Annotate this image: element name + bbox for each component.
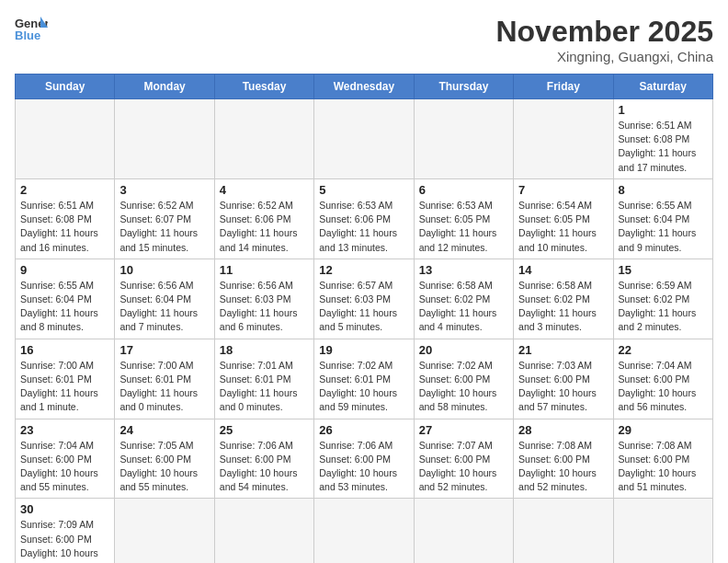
day-number: 11 xyxy=(220,263,309,277)
day-number: 25 xyxy=(220,423,309,437)
sun-info: Sunrise: 7:02 AM Sunset: 6:01 PM Dayligh… xyxy=(319,359,408,415)
day-number: 2 xyxy=(20,183,109,197)
calendar-cell: 23Sunrise: 7:04 AM Sunset: 6:00 PM Dayli… xyxy=(16,419,115,499)
weekday-header-saturday: Saturday xyxy=(613,75,712,99)
day-number: 13 xyxy=(419,263,508,277)
calendar-cell: 21Sunrise: 7:03 AM Sunset: 6:00 PM Dayli… xyxy=(514,339,613,419)
calendar-cell: 19Sunrise: 7:02 AM Sunset: 6:01 PM Dayli… xyxy=(314,339,414,419)
day-number: 5 xyxy=(319,183,408,197)
sun-info: Sunrise: 6:58 AM Sunset: 6:02 PM Dayligh… xyxy=(419,279,508,335)
weekday-header-sunday: Sunday xyxy=(16,75,115,99)
sun-info: Sunrise: 7:08 AM Sunset: 6:00 PM Dayligh… xyxy=(518,439,608,495)
calendar-cell xyxy=(214,99,313,179)
sun-info: Sunrise: 7:08 AM Sunset: 6:00 PM Dayligh… xyxy=(619,439,708,495)
weekday-header-tuesday: Tuesday xyxy=(214,75,313,99)
calendar-week-5: 23Sunrise: 7:04 AM Sunset: 6:00 PM Dayli… xyxy=(16,419,713,499)
sun-info: Sunrise: 7:06 AM Sunset: 6:00 PM Dayligh… xyxy=(220,439,309,495)
calendar-cell: 13Sunrise: 6:58 AM Sunset: 6:02 PM Dayli… xyxy=(414,259,513,339)
logo: General Blue xyxy=(15,15,48,42)
calendar-cell xyxy=(314,99,414,179)
sun-info: Sunrise: 7:00 AM Sunset: 6:01 PM Dayligh… xyxy=(119,359,209,415)
calendar-cell: 18Sunrise: 7:01 AM Sunset: 6:01 PM Dayli… xyxy=(214,339,313,419)
day-number: 24 xyxy=(119,423,209,437)
day-number: 6 xyxy=(419,183,508,197)
weekday-header-thursday: Thursday xyxy=(414,75,513,99)
calendar-week-2: 2Sunrise: 6:51 AM Sunset: 6:08 PM Daylig… xyxy=(16,178,713,259)
sun-info: Sunrise: 6:51 AM Sunset: 6:08 PM Dayligh… xyxy=(619,119,708,175)
day-number: 4 xyxy=(220,183,309,197)
day-number: 10 xyxy=(119,263,209,277)
day-number: 16 xyxy=(20,343,109,357)
calendar-cell xyxy=(613,499,712,563)
sun-info: Sunrise: 7:06 AM Sunset: 6:00 PM Dayligh… xyxy=(319,439,408,495)
sun-info: Sunrise: 6:55 AM Sunset: 6:04 PM Dayligh… xyxy=(20,279,109,335)
sun-info: Sunrise: 6:52 AM Sunset: 6:07 PM Dayligh… xyxy=(119,199,209,255)
calendar-cell: 25Sunrise: 7:06 AM Sunset: 6:00 PM Dayli… xyxy=(214,419,313,499)
calendar-cell xyxy=(214,499,313,563)
day-number: 7 xyxy=(518,183,608,197)
calendar-cell: 1Sunrise: 6:51 AM Sunset: 6:08 PM Daylig… xyxy=(613,99,712,179)
day-number: 22 xyxy=(619,343,708,357)
sun-info: Sunrise: 6:57 AM Sunset: 6:03 PM Dayligh… xyxy=(319,279,408,335)
calendar-cell: 26Sunrise: 7:06 AM Sunset: 6:00 PM Dayli… xyxy=(314,419,414,499)
calendar-cell xyxy=(414,499,513,563)
day-number: 14 xyxy=(518,263,608,277)
day-number: 9 xyxy=(20,263,109,277)
day-number: 18 xyxy=(220,343,309,357)
calendar-cell xyxy=(314,499,414,563)
sun-info: Sunrise: 7:02 AM Sunset: 6:00 PM Dayligh… xyxy=(419,359,508,415)
calendar-cell: 15Sunrise: 6:59 AM Sunset: 6:02 PM Dayli… xyxy=(613,259,712,339)
calendar-cell xyxy=(514,99,613,179)
sun-info: Sunrise: 6:51 AM Sunset: 6:08 PM Dayligh… xyxy=(20,199,109,255)
calendar-cell: 5Sunrise: 6:53 AM Sunset: 6:06 PM Daylig… xyxy=(314,178,414,259)
day-number: 12 xyxy=(319,263,408,277)
calendar-cell xyxy=(115,99,214,179)
calendar-cell: 22Sunrise: 7:04 AM Sunset: 6:00 PM Dayli… xyxy=(613,339,712,419)
month-year-title: November 2025 xyxy=(495,15,713,49)
calendar-cell xyxy=(16,99,115,179)
calendar-week-6: 30Sunrise: 7:09 AM Sunset: 6:00 PM Dayli… xyxy=(16,499,713,563)
calendar-cell: 6Sunrise: 6:53 AM Sunset: 6:05 PM Daylig… xyxy=(414,178,513,259)
sun-info: Sunrise: 7:03 AM Sunset: 6:00 PM Dayligh… xyxy=(518,359,608,415)
calendar-cell: 24Sunrise: 7:05 AM Sunset: 6:00 PM Dayli… xyxy=(115,419,214,499)
day-number: 29 xyxy=(619,423,708,437)
sun-info: Sunrise: 7:00 AM Sunset: 6:01 PM Dayligh… xyxy=(20,359,109,415)
day-number: 21 xyxy=(518,343,608,357)
calendar-cell: 4Sunrise: 6:52 AM Sunset: 6:06 PM Daylig… xyxy=(214,178,313,259)
day-number: 1 xyxy=(619,103,708,117)
calendar-cell: 12Sunrise: 6:57 AM Sunset: 6:03 PM Dayli… xyxy=(314,259,414,339)
calendar-cell: 8Sunrise: 6:55 AM Sunset: 6:04 PM Daylig… xyxy=(613,178,712,259)
weekday-header-monday: Monday xyxy=(115,75,214,99)
day-number: 26 xyxy=(319,423,408,437)
sun-info: Sunrise: 6:52 AM Sunset: 6:06 PM Dayligh… xyxy=(220,199,309,255)
calendar-cell: 7Sunrise: 6:54 AM Sunset: 6:05 PM Daylig… xyxy=(514,178,613,259)
day-number: 27 xyxy=(419,423,508,437)
sun-info: Sunrise: 6:55 AM Sunset: 6:04 PM Dayligh… xyxy=(619,199,708,255)
day-number: 8 xyxy=(619,183,708,197)
calendar-cell: 17Sunrise: 7:00 AM Sunset: 6:01 PM Dayli… xyxy=(115,339,214,419)
calendar-cell: 2Sunrise: 6:51 AM Sunset: 6:08 PM Daylig… xyxy=(16,178,115,259)
sun-info: Sunrise: 7:07 AM Sunset: 6:00 PM Dayligh… xyxy=(419,439,508,495)
calendar-cell: 27Sunrise: 7:07 AM Sunset: 6:00 PM Dayli… xyxy=(414,419,513,499)
calendar-cell: 16Sunrise: 7:00 AM Sunset: 6:01 PM Dayli… xyxy=(16,339,115,419)
svg-text:Blue: Blue xyxy=(15,29,40,42)
day-number: 3 xyxy=(119,183,209,197)
sun-info: Sunrise: 6:53 AM Sunset: 6:06 PM Dayligh… xyxy=(319,199,408,255)
day-number: 30 xyxy=(20,502,109,516)
calendar-cell: 14Sunrise: 6:58 AM Sunset: 6:02 PM Dayli… xyxy=(514,259,613,339)
sun-info: Sunrise: 6:54 AM Sunset: 6:05 PM Dayligh… xyxy=(518,199,608,255)
logo-icon: General Blue xyxy=(15,15,48,42)
sun-info: Sunrise: 6:56 AM Sunset: 6:03 PM Dayligh… xyxy=(220,279,309,335)
sun-info: Sunrise: 7:01 AM Sunset: 6:01 PM Dayligh… xyxy=(220,359,309,415)
calendar-cell: 11Sunrise: 6:56 AM Sunset: 6:03 PM Dayli… xyxy=(214,259,313,339)
calendar-cell: 20Sunrise: 7:02 AM Sunset: 6:00 PM Dayli… xyxy=(414,339,513,419)
title-block: November 2025 Xingning, Guangxi, China xyxy=(495,15,713,64)
sun-info: Sunrise: 7:09 AM Sunset: 6:00 PM Dayligh… xyxy=(20,518,109,563)
location-subtitle: Xingning, Guangxi, China xyxy=(495,49,713,64)
calendar-week-3: 9Sunrise: 6:55 AM Sunset: 6:04 PM Daylig… xyxy=(16,259,713,339)
calendar-table: SundayMondayTuesdayWednesdayThursdayFrid… xyxy=(15,74,713,563)
calendar-cell: 28Sunrise: 7:08 AM Sunset: 6:00 PM Dayli… xyxy=(514,419,613,499)
calendar-week-1: 1Sunrise: 6:51 AM Sunset: 6:08 PM Daylig… xyxy=(16,99,713,179)
day-number: 15 xyxy=(619,263,708,277)
day-number: 20 xyxy=(419,343,508,357)
